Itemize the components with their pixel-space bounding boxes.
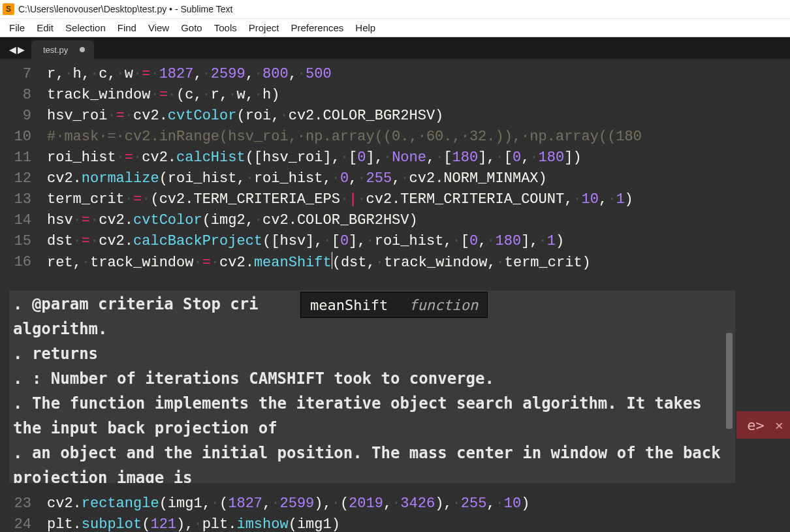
gutter-line-number: 14 <box>0 210 38 231</box>
tab-next-icon[interactable]: ▶ <box>18 44 25 55</box>
code-line[interactable]: r,·h,·c,·w·=·1827,·2599,·800,·500 <box>47 64 790 85</box>
gutter-line-number: 15 <box>0 231 38 252</box>
autocomplete-item-name[interactable]: meanShift <box>301 297 409 313</box>
tab-testpy[interactable]: test.py <box>31 40 94 59</box>
doc-scrollbar[interactable] <box>725 290 734 483</box>
menu-goto[interactable]: Goto <box>176 20 208 35</box>
gutter-line-number: 8 <box>0 85 38 106</box>
code-line[interactable]: term_crit·=·(cv2.TERM_CRITERIA_EPS·|·cv2… <box>47 189 790 210</box>
gutter-line-number: 23 <box>0 493 38 514</box>
doc-scrollbar-thumb[interactable] <box>726 333 733 430</box>
menu-bar: FileEditSelectionFindViewGotoToolsProjec… <box>0 19 790 37</box>
error-ribbon-close-icon[interactable]: × <box>775 417 783 433</box>
tab-prev-icon[interactable]: ◀ <box>9 44 16 55</box>
menu-tools[interactable]: Tools <box>209 20 242 35</box>
gutter-line-number: 7 <box>0 64 38 85</box>
gutter-line-number: 11 <box>0 148 38 168</box>
tab-strip: ◀ ▶ test.py <box>0 37 790 59</box>
window-title: C:\Users\lenovouser\Desktop\test.py • - … <box>18 4 232 14</box>
menu-preferences[interactable]: Preferences <box>285 20 349 35</box>
error-ribbon-text: e> <box>747 417 765 433</box>
menu-file[interactable]: File <box>4 20 30 35</box>
autocomplete-item-kind: function <box>409 297 487 313</box>
code-line[interactable]: dst·=·cv2.calcBackProject([hsv],·[0],·ro… <box>47 231 790 252</box>
code-line[interactable]: plt.subplot(121),·plt.imshow(img1) <box>47 514 790 532</box>
code-line[interactable]: track_window·=·(c,·r,·w,·h) <box>47 85 790 106</box>
code-line[interactable]: #·mask·=·cv2.inRange(hsv_roi,·np.array((… <box>47 127 790 148</box>
code-line[interactable]: roi_hist·=·cv2.calcHist([hsv_roi],·[0],·… <box>47 148 790 168</box>
code-line[interactable]: cv2.rectangle(img1,·(1827,·2599),·(2019,… <box>47 493 790 514</box>
editor-area[interactable]: . @param criteria Stop cri 'e search alg… <box>0 59 790 532</box>
menu-help[interactable]: Help <box>350 20 381 35</box>
gutter-line-number: 13 <box>0 189 38 210</box>
code-line[interactable]: cv2.normalize(roi_hist,·roi_hist,·0,·255… <box>47 168 790 189</box>
error-ribbon[interactable]: e> × <box>736 411 790 439</box>
gutter-line-number: 12 <box>0 168 38 189</box>
app-icon: S <box>3 3 14 15</box>
menu-selection[interactable]: Selection <box>60 20 111 35</box>
code-line[interactable]: hsv_roi·=·cv2.cvtColor(roi,·cv2.COLOR_BG… <box>47 106 790 127</box>
code-line[interactable]: hsv·=·cv2.cvtColor(img2,·cv2.COLOR_BGR2H… <box>47 210 790 231</box>
code-line[interactable]: ret,·track_window·=·cv2.meanShift(dst,·t… <box>47 252 790 274</box>
tab-dirty-indicator-icon <box>80 47 85 52</box>
gutter-line-number: 16 <box>0 252 38 273</box>
doc-text: . @param criteria Stop cri 'e search alg… <box>13 292 731 483</box>
menu-find[interactable]: Find <box>112 20 142 35</box>
menu-view[interactable]: View <box>143 20 174 35</box>
gutter-line-number: 24 <box>0 514 38 532</box>
autocomplete-popup[interactable]: meanShift function <box>300 292 488 318</box>
gutter-line-number: 10 <box>0 127 38 148</box>
gutter-line-number: 9 <box>0 106 38 127</box>
tab-label: test.py <box>43 45 68 55</box>
window-titlebar: S C:\Users\lenovouser\Desktop\test.py • … <box>0 0 790 19</box>
tab-nav-arrows[interactable]: ◀ ▶ <box>3 44 31 59</box>
menu-edit[interactable]: Edit <box>31 20 59 35</box>
menu-project[interactable]: Project <box>244 20 285 35</box>
doc-tooltip: . @param criteria Stop cri 'e search alg… <box>9 290 735 483</box>
